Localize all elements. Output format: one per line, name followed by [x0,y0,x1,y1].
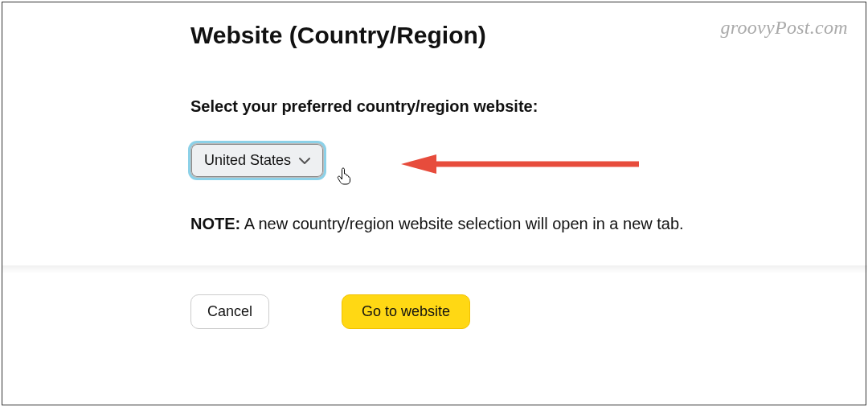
note-body: A new country/region website selection w… [240,215,683,232]
section-divider [2,265,867,273]
note-prefix: NOTE: [190,215,240,232]
chevron-down-icon [299,155,310,166]
country-region-dropdown[interactable]: United States [190,143,324,178]
annotation-arrow-icon [401,153,642,175]
pointer-cursor-icon [337,167,351,185]
cancel-button[interactable]: Cancel [190,294,269,329]
action-bar: Cancel Go to website [190,294,866,329]
dropdown-selected-value: United States [204,152,291,169]
dropdown-row: United States [190,143,866,178]
dialog-frame: groovyPost.com Website (Country/Region) … [2,2,866,405]
svg-marker-1 [401,154,436,174]
content-area: Website (Country/Region) Select your pre… [2,2,866,329]
go-to-website-button[interactable]: Go to website [342,294,470,329]
field-label: Select your preferred country/region web… [190,97,866,116]
note-text: NOTE: A new country/region website selec… [190,215,866,233]
watermark-text: groovyPost.com [720,17,848,39]
